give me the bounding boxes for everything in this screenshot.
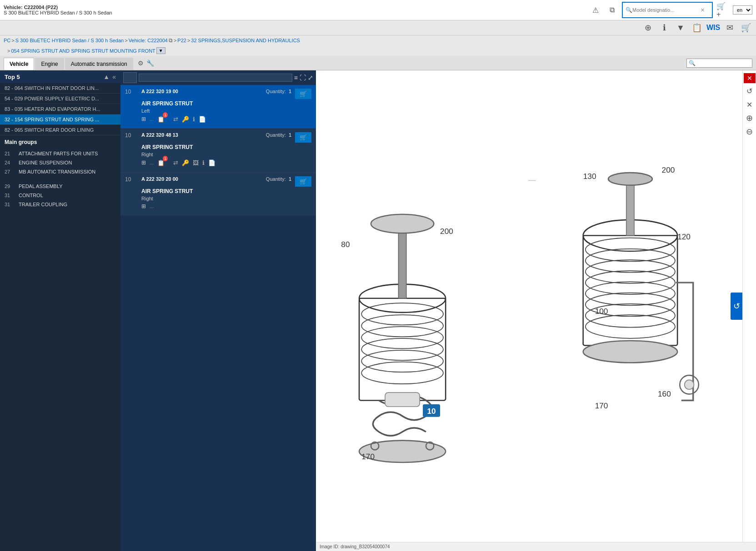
- svg-point-32: [608, 173, 652, 185]
- diagram-sync-btn[interactable]: ↺: [731, 293, 742, 320]
- part-item-1[interactable]: 10 A 222 320 19 00 Quantity: 1 🛒 AIR SPR…: [120, 85, 316, 129]
- sidebar-group-27[interactable]: 27 MB AUTOMATIC TRANSMISSION: [0, 167, 120, 176]
- sidebar-group-trailer[interactable]: 31 TRAILER COUPLING: [0, 200, 120, 209]
- tab-engine[interactable]: Engine: [35, 58, 64, 70]
- breadcrumb-dropdown-btn[interactable]: ▼: [156, 47, 165, 54]
- header-search-input[interactable]: [632, 7, 696, 13]
- sidebar-group-31[interactable]: 31 CONTROL: [0, 191, 120, 200]
- breadcrumb-vehicle-series[interactable]: S 300 BluETEC HYBRID Sedan / S 300 h Sed…: [15, 38, 124, 43]
- add-to-cart-icon[interactable]: 🛒+: [716, 4, 729, 16]
- part-2-grid-icon[interactable]: ⊞: [141, 159, 146, 166]
- info-toolbar-icon[interactable]: ℹ: [658, 21, 671, 34]
- part-2-info-icon[interactable]: ℹ: [202, 159, 205, 166]
- part-2-qty-label: Quantity:: [266, 132, 286, 138]
- part-1-info-icon[interactable]: ℹ: [193, 116, 195, 123]
- part-2-checklist-icon[interactable]: 📋1: [157, 159, 170, 166]
- header-icons: ⚠ ⧉: [589, 4, 618, 16]
- breadcrumb: PC > S 300 BluETEC HYBRID Sedan / S 300 …: [0, 35, 756, 45]
- tab-automatic-transmission[interactable]: Automatic transmission: [65, 58, 133, 70]
- sidebar-item-top5-4[interactable]: 32 - 154 SPRING STRUT AND SPRING ...: [0, 114, 120, 125]
- diagram-zoom-out-icon[interactable]: ⊖: [744, 126, 756, 138]
- header-left: Vehicle: C222004 (P22) S 300 BluETEC HYB…: [4, 5, 112, 15]
- part-2-swap-icon[interactable]: ⇄: [173, 159, 178, 166]
- part-item-1-row1: 10 A 222 320 19 00 Quantity: 1 🛒: [125, 89, 311, 99]
- part-2-key-icon[interactable]: 🔑: [182, 159, 189, 166]
- breadcrumb-current[interactable]: 054 SPRING STRUT AND SPRING STRUT MOUNTI…: [11, 48, 155, 54]
- zoom-in-toolbar-icon[interactable]: ⊕: [641, 21, 654, 34]
- part-1-doc-icon[interactable]: 📄: [199, 116, 206, 123]
- header: Vehicle: C222004 (P22) S 300 BluETEC HYB…: [0, 0, 756, 20]
- diagram-zoom-in-icon[interactable]: ⊕: [744, 112, 756, 124]
- sidebar-item-top5-3[interactable]: 83 - 035 HEATER AND EVAPORATOR H...: [0, 104, 120, 114]
- parts-search-input[interactable]: [139, 74, 292, 82]
- diagram-svg: 10 170 80 200 130 200: [316, 70, 756, 542]
- part-1-qty-label: Quantity:: [266, 89, 286, 94]
- sidebar-group-label-31: CONTROL: [19, 193, 43, 198]
- svg-point-9: [371, 214, 434, 233]
- part-1-swap-icon[interactable]: ⇄: [173, 116, 178, 123]
- language-select[interactable]: en de fr: [733, 5, 752, 15]
- sidebar-item-top5-2[interactable]: 54 - 029 POWER SUPPLY ELECTRIC D...: [0, 94, 120, 104]
- document-toolbar-icon[interactable]: 📋: [691, 21, 703, 34]
- sidebar-group-num-29: 29: [5, 184, 16, 189]
- part-2-cart-btn[interactable]: 🛒: [295, 132, 311, 143]
- part-1-actions: ⊞ ... 📋1 ⇄ 🔑 ℹ 📄: [125, 114, 311, 124]
- clear-search-icon[interactable]: ✕: [696, 4, 709, 16]
- email-toolbar-icon[interactable]: ✉: [723, 21, 736, 34]
- breadcrumb-copy-icon[interactable]: ⧉: [169, 37, 173, 44]
- diagram-panel: 10 170 80 200 130 200: [316, 70, 756, 551]
- settings-icon[interactable]: ⚙: [138, 60, 144, 67]
- sidebar-group-21[interactable]: 21 ATTACHMENT PARTS FOR UNITS: [0, 149, 120, 158]
- svg-text:100: 100: [595, 307, 608, 316]
- breadcrumb-pc[interactable]: PC: [4, 38, 10, 43]
- tab-vehicle[interactable]: Vehicle: [4, 58, 34, 70]
- part-1-grid-icon[interactable]: ⊞: [141, 116, 146, 122]
- parts-fullscreen-icon[interactable]: ⛶: [300, 74, 306, 81]
- warning-icon[interactable]: ⚠: [589, 4, 602, 16]
- part-2-doc-icon[interactable]: 📄: [208, 159, 215, 166]
- diagram-refresh-icon[interactable]: ↺: [744, 85, 756, 97]
- part-3-cart-btn[interactable]: 🛒: [295, 176, 311, 187]
- part-3-grid-icon[interactable]: ⊞: [141, 203, 146, 209]
- sidebar-item-top5-1[interactable]: 82 - 064 SWITCH IN FRONT DOOR LIN...: [0, 83, 120, 94]
- sidebar-header-icons: ▲ «: [103, 73, 116, 80]
- vehicle-id: Vehicle: C222004 (P22): [4, 5, 112, 10]
- tabs-search[interactable]: 🔍: [686, 59, 752, 68]
- tabs-search-input[interactable]: [696, 60, 750, 66]
- svg-point-4: [361, 327, 443, 348]
- part-1-checklist-icon[interactable]: 📋1: [157, 115, 170, 123]
- parts-nav-btn[interactable]: [123, 72, 137, 83]
- parts-list-icon[interactable]: ≡: [294, 74, 298, 81]
- part-item-3[interactable]: 10 A 222 320 20 00 Quantity: 1 🛒 AIR SPR…: [120, 173, 316, 215]
- diagram-x-icon[interactable]: ✕: [744, 99, 756, 110]
- part-1-dots: ...: [150, 116, 154, 122]
- filter-toolbar-icon[interactable]: ▼: [674, 21, 687, 34]
- part-1-cart-btn[interactable]: 🛒: [295, 89, 311, 99]
- parts-move-icon[interactable]: ⤢: [308, 74, 313, 81]
- breadcrumb-springs[interactable]: 32 SPRINGS,SUSPENSION AND HYDRAULICS: [191, 38, 300, 43]
- part-2-image-icon[interactable]: 🖼: [193, 159, 199, 166]
- wrench-icon[interactable]: 🔧: [146, 60, 154, 67]
- sidebar-collapse-icon[interactable]: «: [112, 73, 116, 80]
- part-item-2[interactable]: 10 A 222 320 48 13 Quantity: 1 🛒 AIR SPR…: [120, 129, 316, 172]
- sidebar-group-label-21: ATTACHMENT PARTS FOR UNITS: [19, 151, 98, 156]
- header-search-box[interactable]: 🔍 ✕: [622, 2, 713, 18]
- header-right: ⚠ ⧉ 🔍 ✕ 🛒+ en de fr: [589, 2, 752, 18]
- breadcrumb-vehicle-id[interactable]: Vehicle: C222004: [129, 38, 168, 43]
- tabs-search-icon: 🔍: [689, 60, 696, 66]
- copy-icon[interactable]: ⧉: [606, 4, 618, 16]
- sidebar-up-icon[interactable]: ▲: [103, 73, 110, 80]
- sidebar-group-29[interactable]: 29 PEDAL ASSEMBLY: [0, 182, 120, 191]
- diagram-close-btn[interactable]: ✕: [744, 73, 756, 83]
- cart-toolbar-icon[interactable]: 🛒: [740, 21, 752, 34]
- sidebar-group-24[interactable]: 24 ENGINE SUSPENSION: [0, 158, 120, 167]
- svg-point-6: [361, 350, 443, 372]
- part-3-qty-label: Quantity:: [266, 176, 286, 182]
- wis-toolbar-icon[interactable]: WIS: [707, 21, 720, 34]
- sidebar-group-label-24: ENGINE SUSPENSION: [19, 160, 72, 165]
- breadcrumb-p22[interactable]: P22: [177, 38, 186, 43]
- svg-text:200: 200: [662, 165, 675, 174]
- part-1-key-icon[interactable]: 🔑: [182, 116, 189, 123]
- part-3-qty: 1: [289, 176, 291, 182]
- sidebar-item-top5-5[interactable]: 82 - 065 SWITCH REAR DOOR LINING: [0, 125, 120, 135]
